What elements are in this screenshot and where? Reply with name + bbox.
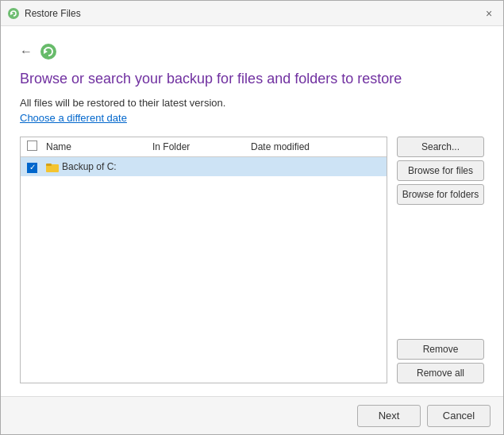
page-icon	[39, 42, 58, 61]
title-bar-title: Restore Files	[25, 8, 81, 19]
svg-rect-5	[46, 164, 52, 166]
file-table: Name In Folder Date modified	[20, 137, 387, 383]
select-all-checkbox[interactable]	[27, 141, 37, 151]
back-button[interactable]: ←	[20, 45, 33, 58]
restore-files-window: Restore Files × ← Browse or search your …	[0, 0, 504, 435]
row-checkbox[interactable]	[27, 163, 37, 173]
close-button[interactable]: ×	[481, 6, 497, 21]
table-body: Backup of C:	[21, 157, 387, 383]
browse-files-button[interactable]: Browse for files	[397, 160, 484, 181]
table-row[interactable]: Backup of C:	[21, 157, 387, 176]
next-button[interactable]: Next	[357, 405, 421, 427]
page-heading: Browse or search your backup for files a…	[20, 71, 484, 87]
folder-icon	[46, 160, 59, 173]
svg-point-2	[40, 44, 56, 60]
header-row: ←	[20, 42, 484, 61]
remove-all-button[interactable]: Remove all	[397, 363, 484, 383]
footer: Next Cancel	[1, 396, 503, 434]
table-header: Name In Folder Date modified	[21, 137, 387, 157]
col-date-header: Date modified	[251, 141, 380, 152]
browse-folders-button[interactable]: Browse for folders	[397, 184, 484, 205]
different-date-link[interactable]: Choose a different date	[20, 112, 484, 124]
main-content: Name In Folder Date modified	[20, 137, 484, 383]
title-bar-left: Restore Files	[7, 7, 81, 20]
app-icon	[7, 7, 20, 20]
search-button[interactable]: Search...	[397, 137, 484, 157]
row-name: Backup of C:	[62, 161, 117, 172]
col-name-header: Name	[46, 141, 149, 152]
side-buttons: Search... Browse for files Browse for fo…	[397, 137, 484, 383]
col-folder-header: In Folder	[152, 141, 248, 152]
cancel-button[interactable]: Cancel	[427, 405, 491, 427]
title-bar: Restore Files ×	[1, 1, 503, 26]
remove-button[interactable]: Remove	[397, 339, 484, 360]
subtitle-text: All files will be restored to their late…	[20, 97, 484, 109]
window-body: ← Browse or search your backup for files…	[1, 26, 503, 396]
